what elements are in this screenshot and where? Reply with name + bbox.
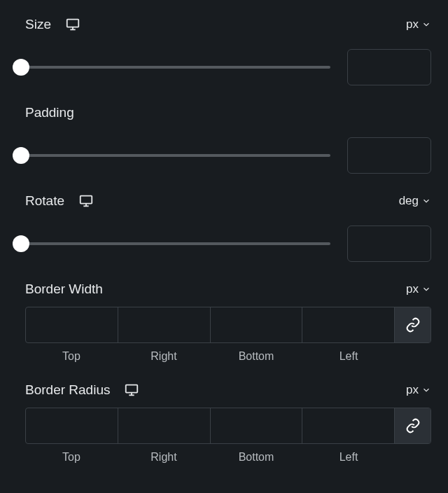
rotate-unit-label: deg [399,194,419,208]
rotate-slider[interactable] [13,235,330,252]
size-header: Size px [25,17,431,32]
side-label-left: Left [302,451,395,464]
border-radius-bottom-input[interactable] [211,408,303,443]
slider-thumb[interactable] [13,235,29,252]
border-radius-left-input[interactable] [302,408,394,443]
slider-thumb[interactable] [13,59,29,76]
link-icon [405,317,421,333]
chevron-down-icon [421,20,431,29]
desktop-icon[interactable] [124,382,139,398]
border-radius-side-labels: Top Right Bottom Left [25,451,431,464]
svg-rect-3 [80,196,92,204]
border-width-left-input[interactable] [302,307,394,342]
side-label-bottom: Bottom [210,350,302,363]
side-label-left: Left [302,350,395,363]
border-width-label: Border Width [25,282,103,297]
rotate-section: Rotate deg [25,193,431,262]
border-radius-right-input[interactable] [118,408,211,443]
side-label-top: Top [25,451,118,464]
padding-slider[interactable] [13,147,330,164]
size-slider[interactable] [13,59,330,76]
border-width-unit-select[interactable]: px [406,282,431,296]
size-unit-select[interactable]: px [406,18,431,32]
border-radius-header: Border Radius px [25,382,431,398]
border-radius-unit-label: px [406,383,419,397]
size-section: Size px [25,17,431,85]
padding-header: Padding [25,105,431,120]
svg-rect-0 [67,20,79,27]
desktop-icon[interactable] [78,193,94,209]
border-radius-section: Border Radius px Top Right Bottom Left [25,382,431,464]
rotate-unit-select[interactable]: deg [399,194,431,208]
side-label-top: Top [25,350,118,363]
border-radius-inputs [25,408,431,444]
size-unit-label: px [406,18,419,32]
slider-track [21,66,330,69]
border-radius-unit-select[interactable]: px [406,383,431,397]
padding-label: Padding [25,105,74,120]
border-width-inputs [25,307,431,343]
chevron-down-icon [421,284,431,294]
size-input[interactable] [347,49,431,85]
side-label-bottom: Bottom [210,451,302,464]
side-label-right: Right [118,350,210,363]
chevron-down-icon [421,196,431,206]
slider-track [21,242,330,245]
border-width-bottom-input[interactable] [211,307,303,342]
border-width-unit-label: px [406,282,419,296]
rotate-input[interactable] [347,225,431,262]
border-width-top-input[interactable] [26,307,118,342]
side-label-right: Right [118,451,210,464]
padding-input[interactable] [347,137,431,174]
border-width-side-labels: Top Right Bottom Left [25,350,431,363]
slider-thumb[interactable] [13,147,29,164]
svg-rect-6 [126,385,138,393]
link-icon [405,418,421,433]
link-values-button[interactable] [394,307,430,342]
size-label: Size [25,17,51,32]
border-radius-label: Border Radius [25,382,110,398]
border-width-section: Border Width px Top Right Bottom Left [25,282,431,363]
border-radius-top-input[interactable] [26,408,118,443]
border-width-right-input[interactable] [118,307,211,342]
desktop-icon[interactable] [65,17,80,32]
rotate-header: Rotate deg [25,193,431,209]
slider-track [21,154,330,157]
link-values-button[interactable] [394,408,430,443]
chevron-down-icon [421,385,431,395]
rotate-label: Rotate [25,193,64,209]
border-width-header: Border Width px [25,282,431,297]
padding-section: Padding [25,105,431,174]
